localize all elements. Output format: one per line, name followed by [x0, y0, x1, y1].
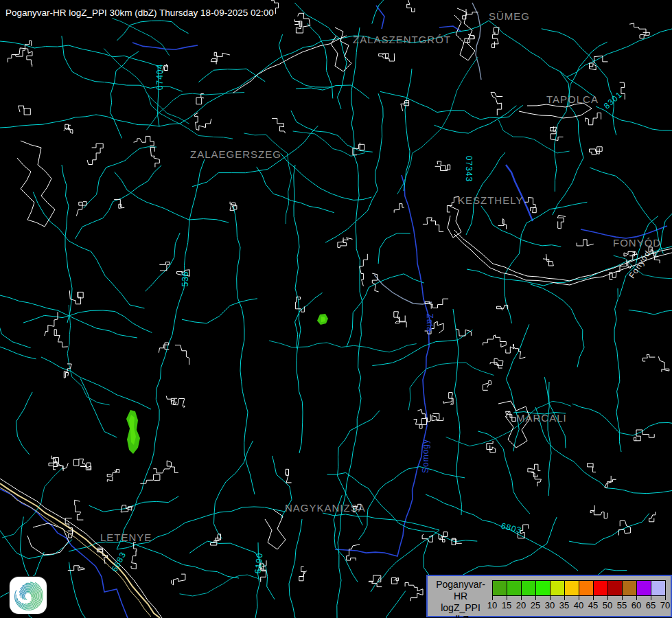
map-line [214, 441, 253, 539]
legend-tick [593, 595, 594, 600]
map-line [498, 401, 530, 448]
map-line [555, 42, 607, 192]
map-line [414, 419, 427, 428]
map-line [54, 330, 68, 347]
map-line [117, 159, 205, 549]
radar-title: Poganyvar-HR logZ_PPI 30km (dbZ) Thursda… [5, 8, 274, 18]
map-line [478, 431, 530, 514]
map-line [531, 472, 541, 487]
legend-unit: dbZ [430, 614, 491, 618]
map-line [506, 165, 533, 221]
map-line [294, 3, 347, 109]
map-line [295, 297, 304, 312]
map-line [466, 203, 474, 235]
legend-swatch [636, 580, 651, 596]
legend-tick [507, 595, 507, 600]
legend-tick-label: 10 [485, 600, 500, 610]
map-line [337, 27, 362, 618]
map-line [378, 233, 410, 264]
map-line [491, 92, 502, 115]
map-line [16, 392, 32, 455]
map-line [498, 219, 507, 229]
map-line [335, 175, 431, 556]
map-line [107, 470, 119, 482]
legend-product: logZ_PPI [430, 602, 491, 614]
map-line [422, 534, 432, 542]
map-line [289, 519, 302, 618]
legend-tick-label: 60 [629, 600, 644, 610]
legend-tick-label: 55 [614, 600, 629, 610]
map-line [0, 41, 158, 66]
map-line [140, 474, 160, 483]
legend-swatch [622, 580, 637, 596]
city-label-letenye: LETENYE [100, 531, 152, 543]
map-line [87, 144, 103, 164]
map-line [80, 463, 91, 470]
legend-swatch [579, 580, 594, 596]
map-line [629, 310, 672, 327]
map-line [339, 591, 406, 618]
map-line [629, 23, 649, 38]
city-label-nagykanizsa: NAGYKANIZSA [285, 502, 366, 514]
map-line [567, 29, 672, 77]
storm-spiral-logo [10, 577, 47, 614]
map-line [299, 566, 307, 581]
map-line [233, 206, 255, 494]
map-line [68, 566, 85, 571]
city-label-fonyod: FONYÓD [613, 237, 661, 249]
river-label-somogy: Somogy [421, 439, 430, 473]
map-line [180, 575, 262, 596]
map-line [148, 94, 233, 139]
map-line [394, 204, 404, 213]
map-line [605, 476, 616, 488]
map-line [443, 393, 453, 404]
map-line [407, 0, 415, 12]
city-label-tapolca: TAPOLCA [546, 93, 599, 105]
city-label-sumeg: SÜMEG [489, 10, 530, 22]
map-line [432, 413, 443, 421]
map-line [505, 202, 588, 323]
map-graphics [0, 0, 672, 618]
legend-tick-label: 25 [528, 600, 543, 610]
map-line [634, 430, 655, 441]
map-line [423, 218, 443, 231]
city-label-zalaegerszeg: ZALAEGERSZEG [190, 148, 281, 160]
map-line [338, 238, 353, 248]
map-line [19, 106, 31, 115]
map-line [577, 240, 594, 246]
map-line [425, 299, 448, 308]
legend-tick [665, 595, 666, 600]
map-line [572, 404, 672, 467]
map-line [391, 577, 398, 584]
map-line [150, 147, 159, 167]
map-line [76, 202, 86, 216]
map-line [614, 288, 621, 452]
map-line [498, 120, 569, 153]
legend-names: Poganyvar-HR logZ_PPI dbZ [430, 579, 491, 618]
map-line [296, 13, 310, 33]
map-line [115, 172, 229, 222]
city-label-marcali: MARCALI [516, 412, 567, 424]
map-line [171, 398, 185, 408]
legend-tick [492, 595, 493, 600]
map-line [506, 324, 529, 451]
map-line [588, 464, 596, 472]
legend-color-scale: 10152025303540455055606570 [492, 580, 668, 615]
map-line [132, 43, 198, 49]
map-line [196, 93, 204, 104]
map-line [33, 192, 144, 308]
map-line [379, 54, 395, 62]
map-line [153, 461, 178, 473]
legend-tick [607, 595, 608, 600]
map-line [435, 161, 450, 171]
map-line [347, 274, 424, 347]
map-line [269, 341, 417, 352]
legend-swatch [651, 580, 666, 596]
roads-layer [0, 0, 672, 618]
map-line [75, 500, 84, 520]
legend-tick [564, 595, 565, 600]
map-line [64, 124, 73, 133]
map-line [134, 136, 154, 146]
map-line [404, 69, 412, 191]
map-line [557, 215, 566, 229]
